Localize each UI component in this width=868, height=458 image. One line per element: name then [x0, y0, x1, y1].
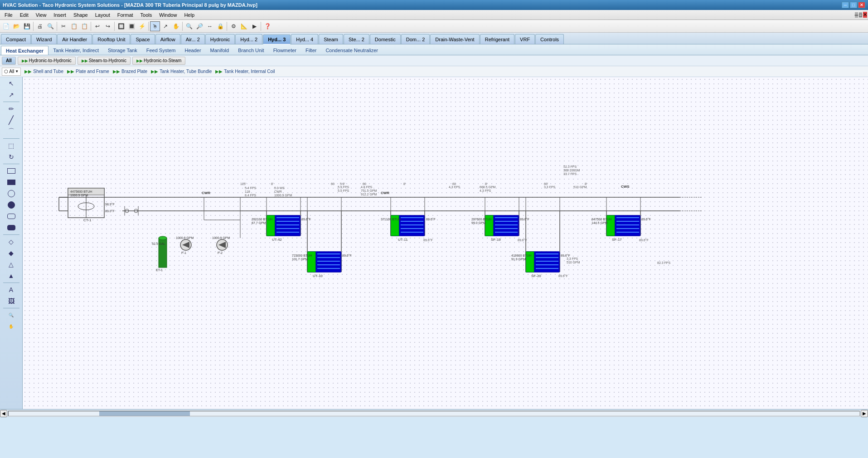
doc-close-btn[interactable]: ✕	[863, 12, 867, 18]
tool-rect[interactable]	[4, 166, 19, 176]
filter-hydronic-hydronic-btn[interactable]: ▶▶Hydronic-to-Hydronic	[18, 57, 76, 65]
cat-tab-hyd3[interactable]: Hyd... 3	[263, 34, 291, 44]
all-dropdown[interactable]: ⬡ All ▼	[2, 68, 21, 76]
cat-tab-domestic[interactable]: Domestic	[370, 34, 401, 44]
tool-pan[interactable]: ✋	[4, 321, 19, 332]
cat-tab-air-handler[interactable]: Air Handler	[57, 34, 92, 44]
cat-tab-drain[interactable]: Drain-Waste-Vent	[430, 34, 479, 44]
sym-item-shell[interactable]: ▶▶ Shell and Tube	[24, 69, 63, 74]
app-minimize-btn[interactable]: ─	[842, 2, 849, 8]
redo-btn[interactable]: ↪	[103, 21, 113, 31]
tool-rounded-rect-fill[interactable]	[4, 222, 19, 233]
lock-btn[interactable]: 🔒	[215, 21, 225, 31]
tool-line[interactable]: ╱	[4, 115, 19, 126]
cat-tab-dom2[interactable]: Dom... 2	[401, 34, 430, 44]
cat-tab-air2[interactable]: Air... 2	[181, 34, 205, 44]
sub-tab-condensate[interactable]: Condensate Neutralizer	[321, 46, 383, 55]
scrollbar-thumb[interactable]	[99, 411, 190, 416]
sub-tab-flowmeter[interactable]: Flowmeter	[269, 46, 301, 55]
save-btn[interactable]: 💾	[22, 21, 32, 31]
run-btn[interactable]: ▶	[249, 21, 259, 31]
tool-triangle-fill[interactable]: ▲	[4, 270, 19, 281]
app-maximize-btn[interactable]: □	[850, 2, 857, 8]
doc-minimize-btn[interactable]: ─	[855, 12, 858, 18]
menu-insert[interactable]: Insert	[50, 10, 70, 19]
tool-zoom[interactable]: 🔍	[4, 310, 19, 321]
menu-view[interactable]: View	[32, 10, 50, 19]
new-btn[interactable]: 📄	[1, 21, 11, 31]
cat-tab-airflow[interactable]: Airflow	[155, 34, 180, 44]
doc-maximize-btn[interactable]: □	[859, 12, 862, 18]
zoom-in-btn[interactable]: 🔍	[184, 21, 194, 31]
cat-tab-hydronic[interactable]: Hydronic	[205, 34, 235, 44]
menu-help[interactable]: Help	[180, 10, 198, 19]
pan-btn[interactable]: ✋	[171, 21, 181, 31]
tool-diamond[interactable]: ◇	[4, 236, 19, 247]
sub-tab-filter[interactable]: Filter	[301, 46, 321, 55]
cat-tab-steam[interactable]: Steam	[319, 34, 343, 44]
tool-triangle[interactable]: △	[4, 259, 19, 270]
cat-tab-rooftop[interactable]: Rooftop Unit	[92, 34, 130, 44]
horizontal-scrollbar[interactable]	[8, 411, 860, 416]
cat-tab-compact[interactable]: Compact	[1, 34, 31, 44]
sub-tab-heat-exchanger[interactable]: Heat Exchanger	[1, 46, 48, 55]
help-btn[interactable]: ❓	[262, 21, 272, 31]
connect-btn[interactable]: ↗	[160, 21, 170, 31]
align-btn[interactable]: ⚡	[137, 21, 147, 31]
sym-item-tube-bundle[interactable]: ▶▶ Tank Heater, Tube Bundle	[151, 69, 212, 74]
select-btn[interactable]: 🖱	[150, 21, 160, 31]
menu-layout[interactable]: Layout	[92, 10, 114, 19]
undo-btn[interactable]: ↩	[92, 21, 102, 31]
preview-btn[interactable]: 🔍	[45, 21, 55, 31]
settings-btn[interactable]: ⚙	[228, 21, 238, 31]
sub-tab-manifold[interactable]: Manifold	[206, 46, 234, 55]
open-btn[interactable]: 📂	[11, 21, 21, 31]
menu-edit[interactable]: Edit	[16, 10, 32, 19]
print-btn[interactable]: 🖨	[35, 21, 45, 31]
paste-btn[interactable]: 📋	[79, 21, 89, 31]
measure-btn[interactable]: 📐	[239, 21, 249, 31]
tool-pencil[interactable]: ✏	[4, 103, 19, 114]
group-btn[interactable]: 🔲	[116, 21, 126, 31]
filter-hydronic-steam-btn[interactable]: ▶▶Hydronic-to-Steam	[132, 57, 185, 65]
drawing-canvas[interactable]: 4475600 BTUH 1000.9 GPM 98.9°F 89.0°F CT…	[23, 77, 868, 409]
filter-steam-hydronic-btn[interactable]: ▶▶Steam-to-Hydronic	[78, 57, 131, 65]
tool-pointer[interactable]: ↖	[4, 78, 19, 89]
sub-tab-header[interactable]: Header	[180, 46, 205, 55]
app-close-btn[interactable]: ✕	[858, 2, 865, 8]
tool-rect-fill[interactable]	[4, 177, 19, 188]
tool-image[interactable]: 🖼	[4, 296, 19, 307]
cat-tab-hyd2[interactable]: Hyd... 2	[235, 34, 262, 44]
tool-rounded-rect[interactable]	[4, 211, 19, 222]
sub-tab-feed-system[interactable]: Feed System	[142, 46, 180, 55]
menu-shape[interactable]: Shape	[70, 10, 92, 19]
tool-rect-select[interactable]: ⬚	[4, 140, 19, 151]
sub-tab-branch-unit[interactable]: Branch Unit	[233, 46, 268, 55]
sym-item-plate[interactable]: ▶▶ Plate and Frame	[67, 69, 109, 74]
fit-btn[interactable]: ↔	[205, 21, 215, 31]
tool-rotate[interactable]: ↻	[4, 151, 19, 162]
tool-select[interactable]: ↗	[4, 89, 19, 100]
cut-btn[interactable]: ✂	[58, 21, 68, 31]
sym-item-brazed[interactable]: ▶▶ Brazed Plate	[113, 69, 147, 74]
scroll-right-btn[interactable]: ▶	[861, 410, 868, 417]
sub-tab-tank-heater-indirect[interactable]: Tank Heater, Indirect	[48, 46, 103, 55]
tool-diamond-fill[interactable]: ◆	[4, 248, 19, 258]
cat-tab-vrf[interactable]: VRF	[515, 34, 535, 44]
sub-tab-storage-tank[interactable]: Storage Tank	[103, 46, 142, 55]
cat-tab-space[interactable]: Space	[131, 34, 155, 44]
zoom-out-btn[interactable]: 🔎	[194, 21, 204, 31]
tool-arc[interactable]: ⌒	[4, 126, 19, 137]
tool-text[interactable]: A	[4, 284, 19, 295]
cat-tab-controls[interactable]: Controls	[535, 34, 564, 44]
copy-btn[interactable]: 📋	[69, 21, 79, 31]
cat-tab-ste2[interactable]: Ste... 2	[344, 34, 369, 44]
menu-format[interactable]: Format	[114, 10, 137, 19]
cat-tab-refrigerant[interactable]: Refrigerant	[480, 34, 514, 44]
sym-item-internal-coil[interactable]: ▶▶ Tank Heater, Internal Coil	[215, 69, 275, 74]
tool-circle-fill[interactable]	[4, 200, 19, 210]
menu-tools[interactable]: Tools	[137, 10, 156, 19]
menu-window[interactable]: Window	[155, 10, 180, 19]
filter-all-btn[interactable]: All	[2, 57, 16, 65]
scroll-left-btn[interactable]: ◀	[0, 410, 7, 417]
